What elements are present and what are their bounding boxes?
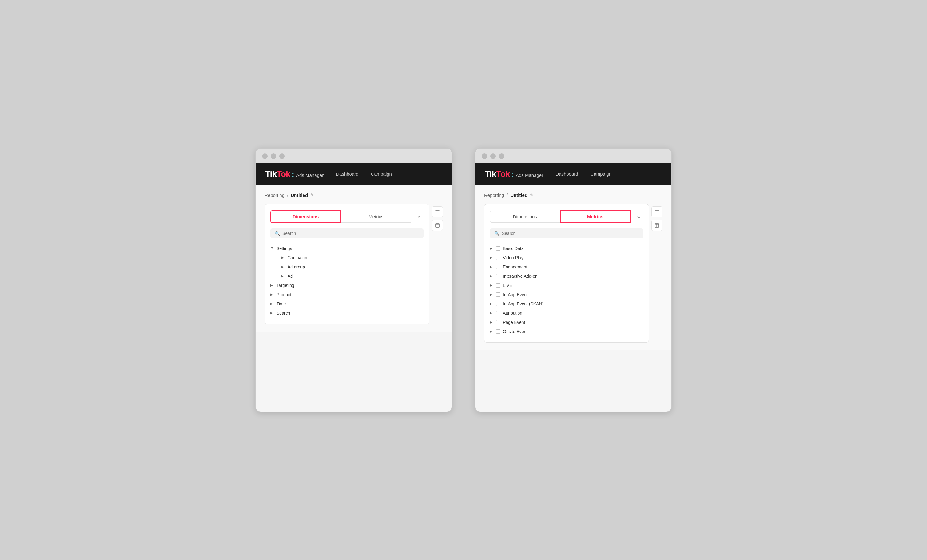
arrow-campaign: ▶ <box>281 256 285 259</box>
tree-label-product: Product <box>277 292 291 297</box>
metrics-item-live[interactable]: ▶ LIVE <box>490 281 643 290</box>
logo-colon: : <box>292 169 294 179</box>
right-browser-dot-1 <box>482 153 487 159</box>
metrics-item-page-event[interactable]: ▶ Page Event <box>490 318 643 327</box>
browser-dot-2 <box>271 153 276 159</box>
right-browser-window: TikTok : Ads Manager Dashboard Campaign … <box>475 148 672 413</box>
left-breadcrumb: Reporting / Untitled ✎ <box>264 193 443 198</box>
breadcrumb-reporting-left[interactable]: Reporting <box>264 193 284 198</box>
nav-campaign-right[interactable]: Campaign <box>591 171 611 176</box>
tree-label-settings: Settings <box>277 246 292 251</box>
table-icon-left[interactable] <box>432 220 443 231</box>
filter-icon-left[interactable] <box>432 206 443 217</box>
table-svg-left <box>435 223 440 228</box>
checkbox-inapp-event[interactable] <box>496 293 500 297</box>
arrow-page-event: ▶ <box>490 320 494 324</box>
tree-item-targeting[interactable]: ▶ Targeting <box>271 281 424 290</box>
arrow-attribution: ▶ <box>490 311 494 314</box>
arrow-time: ▶ <box>271 302 274 305</box>
tree-item-campaign[interactable]: ▶ Campaign <box>279 253 424 262</box>
arrow-basic-data: ▶ <box>490 247 494 250</box>
nav-campaign-left[interactable]: Campaign <box>371 171 392 176</box>
checkbox-live[interactable] <box>496 283 500 288</box>
metrics-label-attribution: Attribution <box>503 311 522 316</box>
metrics-label-video-play: Video Play <box>503 255 523 260</box>
center-divider <box>463 12 464 548</box>
right-search-box: 🔍 <box>490 229 643 238</box>
right-breadcrumb: Reporting / Untitled ✎ <box>484 193 663 198</box>
nav-dashboard-right[interactable]: Dashboard <box>555 171 578 176</box>
tab-dimensions-right[interactable]: Dimensions <box>490 211 560 223</box>
arrow-interactive-addon: ▶ <box>490 274 494 278</box>
right-side-icons <box>652 204 663 343</box>
arrow-ad: ▶ <box>281 274 285 278</box>
checkbox-video-play[interactable] <box>496 255 500 260</box>
search-input-right[interactable] <box>502 231 639 236</box>
right-logo-tiktok-text: TikTok <box>485 169 510 179</box>
checkbox-onsite-event[interactable] <box>496 329 500 334</box>
filter-svg-left <box>435 209 440 214</box>
left-content: Reporting / Untitled ✎ Dimensions Metric… <box>256 185 451 331</box>
tree-item-settings[interactable]: ▶ Settings <box>271 244 424 253</box>
metrics-item-engagement[interactable]: ▶ Engagement <box>490 262 643 272</box>
logo-tok-highlight: Tok <box>277 169 290 179</box>
arrow-product: ▶ <box>271 293 274 296</box>
nav-dashboard-left[interactable]: Dashboard <box>336 171 358 176</box>
metrics-label-engagement: Engagement <box>503 264 527 269</box>
tab-metrics-right[interactable]: Metrics <box>560 210 631 223</box>
metrics-item-attribution[interactable]: ▶ Attribution <box>490 308 643 318</box>
left-panel-area: Dimensions Metrics « 🔍 ▶ Settings ▶ Ca <box>264 204 443 324</box>
tab-metrics-left[interactable]: Metrics <box>341 211 411 223</box>
metrics-label-live: LIVE <box>503 283 512 288</box>
right-logo-ads-manager: Ads Manager <box>516 173 543 178</box>
tree-item-search[interactable]: ▶ Search <box>271 308 424 318</box>
metrics-label-interactive-addon: Interactive Add-on <box>503 274 538 279</box>
checkbox-interactive-addon[interactable] <box>496 274 500 278</box>
tree-label-adgroup: Ad group <box>287 264 305 269</box>
edit-icon-right[interactable]: ✎ <box>530 193 533 197</box>
right-panel-area: Dimensions Metrics « 🔍 ▶ Basic Data ▶ <box>484 204 663 343</box>
tree-item-ad[interactable]: ▶ Ad <box>279 272 424 281</box>
arrow-engagement: ▶ <box>490 265 494 269</box>
logo-tiktok-text: TikTok <box>265 169 290 179</box>
metrics-item-inapp-event-skan[interactable]: ▶ In-App Event (SKAN) <box>490 299 643 308</box>
metrics-item-basic-data[interactable]: ▶ Basic Data <box>490 244 643 253</box>
tree-item-time[interactable]: ▶ Time <box>271 299 424 308</box>
tree-item-product[interactable]: ▶ Product <box>271 290 424 299</box>
collapse-btn-left[interactable]: « <box>415 212 424 221</box>
arrow-search: ▶ <box>271 311 274 314</box>
metrics-item-video-play[interactable]: ▶ Video Play <box>490 253 643 262</box>
checkbox-page-event[interactable] <box>496 320 500 325</box>
metrics-label-onsite-event: Onsite Event <box>503 329 527 334</box>
tree-item-adgroup[interactable]: ▶ Ad group <box>279 262 424 272</box>
edit-icon-left[interactable]: ✎ <box>310 193 314 197</box>
tree-label-campaign: Campaign <box>287 255 307 260</box>
metrics-item-onsite-event[interactable]: ▶ Onsite Event <box>490 327 643 336</box>
right-content: Reporting / Untitled ✎ Dimensions Metric… <box>476 185 671 350</box>
search-input-left[interactable] <box>282 231 419 236</box>
right-browser-chrome <box>476 149 671 163</box>
collapse-btn-right[interactable]: « <box>634 212 643 221</box>
left-side-icons <box>432 204 443 324</box>
breadcrumb-reporting-right[interactable]: Reporting <box>484 193 504 198</box>
breadcrumb-current-left: Untitled <box>291 193 308 198</box>
filter-icon-right[interactable] <box>652 206 663 217</box>
metrics-label-inapp-event: In-App Event <box>503 292 528 297</box>
metrics-item-interactive-addon[interactable]: ▶ Interactive Add-on <box>490 272 643 281</box>
metrics-label-page-event: Page Event <box>503 320 525 325</box>
breadcrumb-sep-right: / <box>506 193 508 198</box>
logo-ads-manager: Ads Manager <box>296 173 324 178</box>
browser-dot-1 <box>262 153 267 159</box>
checkbox-attribution[interactable] <box>496 311 500 315</box>
right-logo-colon: : <box>511 169 514 179</box>
right-topbar: TikTok : Ads Manager Dashboard Campaign <box>476 163 671 185</box>
checkbox-inapp-event-skan[interactable] <box>496 302 500 306</box>
metrics-item-inapp-event[interactable]: ▶ In-App Event <box>490 290 643 299</box>
tab-dimensions-left[interactable]: Dimensions <box>271 210 341 223</box>
checkbox-engagement[interactable] <box>496 265 500 269</box>
metrics-label-inapp-event-skan: In-App Event (SKAN) <box>503 301 544 306</box>
search-icon-left: 🔍 <box>275 231 280 236</box>
checkbox-basic-data[interactable] <box>496 246 500 250</box>
arrow-adgroup: ▶ <box>281 265 285 269</box>
table-icon-right[interactable] <box>652 220 663 231</box>
